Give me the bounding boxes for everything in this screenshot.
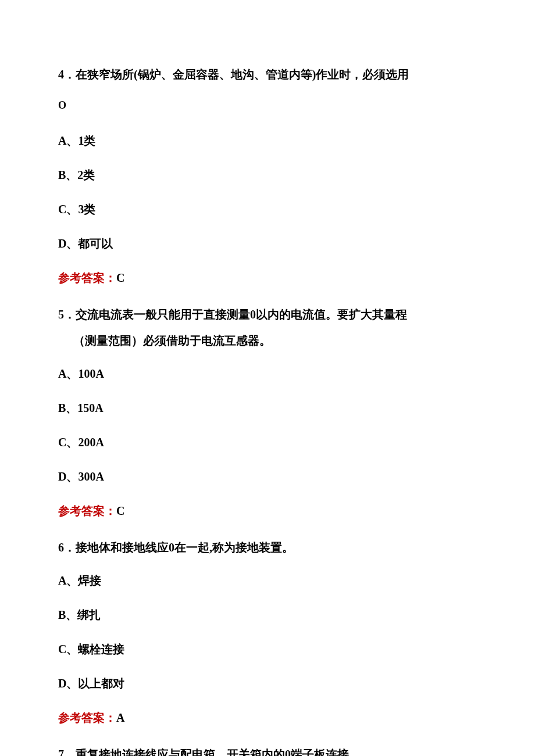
option-c: C、200A xyxy=(58,432,477,453)
option-d: D、300A xyxy=(58,466,477,488)
question-5-text: 5．交流电流表一般只能用于直接测量0以内的电流值。要扩大其量程 （测量范围）必须… xyxy=(58,304,477,352)
question-6-body: ．接地体和接地线应0在一起,称为接地装置。 xyxy=(64,541,294,554)
question-4-answer: 参考答案：C xyxy=(58,267,477,289)
option-d: D、以上都对 xyxy=(58,673,477,694)
question-6-text: 6．接地体和接地线应0在一起,称为接地装置。 xyxy=(58,537,477,558)
question-6: 6．接地体和接地线应0在一起,称为接地装置。 A、焊接 B、绑扎 C、螺栓连接 … xyxy=(58,537,477,729)
question-7-body: ．重复接地连接线应与配电箱、开关箱内的0端子板连接。 xyxy=(64,748,361,756)
answer-value: C xyxy=(116,504,124,517)
option-c: C、3类 xyxy=(58,199,477,220)
question-5: 5．交流电流表一般只能用于直接测量0以内的电流值。要扩大其量程 （测量范围）必须… xyxy=(58,304,477,522)
question-5-options: A、100A B、150A C、200A D、300A xyxy=(58,359,477,500)
question-6-options: A、焊接 B、绑扎 C、螺栓连接 D、以上都对 xyxy=(58,565,477,707)
option-c: C、螺栓连接 xyxy=(58,639,477,660)
question-7: 7．重复接地连接线应与配电箱、开关箱内的0端子板连接。 xyxy=(58,744,477,756)
option-a: A、100A xyxy=(58,363,477,385)
answer-value: A xyxy=(116,711,124,724)
option-b: B、150A xyxy=(58,397,477,419)
question-7-text: 7．重复接地连接线应与配电箱、开关箱内的0端子板连接。 xyxy=(58,744,477,756)
blank-marker: O xyxy=(58,96,477,115)
question-4-options: A、1类 B、2类 C、3类 D、都可以 xyxy=(58,126,477,267)
question-5-body-line1: ．交流电流表一般只能用于直接测量0以内的电流值。要扩大其量程 xyxy=(64,308,407,321)
option-a: A、焊接 xyxy=(58,570,477,592)
option-a: A、1类 xyxy=(58,130,477,152)
answer-label: 参考答案： xyxy=(58,504,116,517)
answer-value: C xyxy=(116,271,124,284)
option-b: B、绑扎 xyxy=(58,604,477,626)
question-5-answer: 参考答案：C xyxy=(58,500,477,522)
question-4-text: 4．在狭窄场所(锅炉、金屈容器、地沟、管道内等)作业时，必须选用 xyxy=(58,64,477,85)
answer-label: 参考答案： xyxy=(58,271,116,284)
answer-label: 参考答案： xyxy=(58,711,116,724)
question-number: 7 xyxy=(58,748,64,756)
question-number: 4 xyxy=(58,68,64,81)
question-6-answer: 参考答案：A xyxy=(58,707,477,729)
option-b: B、2类 xyxy=(58,164,477,186)
question-4-body: ．在狭窄场所(锅炉、金屈容器、地沟、管道内等)作业时，必须选用 xyxy=(64,68,409,81)
question-4: 4．在狭窄场所(锅炉、金屈容器、地沟、管道内等)作业时，必须选用 O A、1类 … xyxy=(58,64,477,289)
question-5-body-line2: （测量范围）必须借助于电流互感器。 xyxy=(58,330,477,352)
question-number: 6 xyxy=(58,541,64,554)
question-number: 5 xyxy=(58,308,64,321)
option-d: D、都可以 xyxy=(58,233,477,255)
